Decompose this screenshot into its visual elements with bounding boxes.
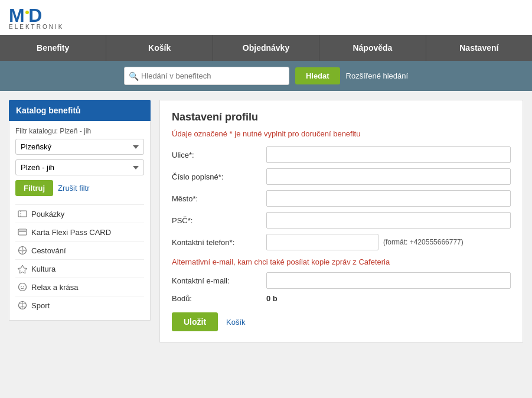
label-psc: PSČ*: bbox=[172, 216, 266, 225]
form-row-ulice: Ulice*: bbox=[172, 146, 511, 163]
sidebar-item-label-karta: Karta Flexi Pass CARD bbox=[31, 228, 111, 237]
sidebar-item-cestovani[interactable]: Cestování bbox=[15, 241, 144, 259]
sidebar-item-poukazky[interactable]: Poukázky bbox=[15, 204, 144, 223]
nav-benefity[interactable]: Benefity bbox=[0, 35, 106, 61]
sidebar-item-label-relax: Relax a krása bbox=[31, 283, 78, 292]
nav-napoveda[interactable]: Nápověda bbox=[319, 35, 426, 61]
filter-buttons: Filtruj Zrušit filtr bbox=[15, 180, 144, 196]
input-psc[interactable] bbox=[266, 212, 511, 229]
input-cislo[interactable] bbox=[266, 168, 511, 185]
label-telefon: Kontaktní telefon*: bbox=[172, 238, 266, 247]
sidebar: Katalog benefitů Filtr katalogu: Plzeň -… bbox=[9, 100, 151, 342]
sidebar-item-karta[interactable]: Karta Flexi Pass CARD bbox=[15, 223, 144, 241]
form-row-psc: PSČ*: bbox=[172, 212, 511, 229]
main-content: Katalog benefitů Filtr katalogu: Plzeň -… bbox=[0, 91, 532, 351]
input-ulice[interactable] bbox=[266, 146, 511, 163]
points-label: Bodů: bbox=[172, 294, 266, 303]
logo: M●D ELEKTRONIK bbox=[9, 6, 64, 30]
ticket-icon bbox=[18, 209, 27, 218]
input-telefon[interactable] bbox=[266, 234, 378, 250]
nav-kosik[interactable]: Košík bbox=[106, 35, 213, 61]
main-nav: Benefity Košík Objednávky Nápověda Nasta… bbox=[0, 35, 532, 61]
input-email[interactable] bbox=[266, 272, 511, 289]
sidebar-item-label-kultura: Kultura bbox=[31, 265, 56, 273]
save-button[interactable]: Uložit bbox=[172, 312, 218, 331]
page-title: Nastavení profilu bbox=[172, 111, 511, 123]
nav-nastaveni[interactable]: Nastavení bbox=[426, 35, 532, 61]
search-button[interactable]: Hledat bbox=[295, 67, 340, 84]
points-value: 0 b bbox=[266, 294, 278, 303]
reset-filter-button[interactable]: Zrušit filtr bbox=[58, 184, 89, 193]
sport-icon bbox=[18, 301, 27, 310]
form-row-telefon: Kontaktní telefon*: (formát: +4205556667… bbox=[172, 234, 511, 250]
district-select[interactable]: Plzeň - jih bbox=[15, 159, 144, 175]
input-mesto[interactable] bbox=[266, 190, 511, 207]
required-note: Údaje označené * je nutné vyplnit pro do… bbox=[172, 129, 511, 138]
svg-point-5 bbox=[19, 283, 27, 291]
label-cislo: Číslo popisné*: bbox=[172, 172, 266, 181]
advanced-search-link[interactable]: Rozšířené hledání bbox=[346, 71, 409, 80]
sidebar-item-kultura[interactable]: Kultura bbox=[15, 259, 144, 278]
cart-button[interactable]: Košík bbox=[226, 318, 246, 327]
svg-rect-0 bbox=[18, 211, 27, 217]
search-input-wrap: 🔍 bbox=[124, 67, 289, 85]
header: M●D ELEKTRONIK bbox=[0, 0, 532, 35]
form-actions: Uložit Košík bbox=[172, 312, 511, 331]
telefon-hint: (formát: +420555666777) bbox=[383, 238, 464, 246]
search-bar: 🔍 Hledat Rozšířené hledání bbox=[0, 61, 532, 91]
svg-point-6 bbox=[21, 286, 22, 287]
label-mesto: Město*: bbox=[172, 194, 266, 203]
logo-dot: ● bbox=[25, 8, 28, 16]
culture-icon bbox=[18, 264, 27, 273]
sidebar-menu: Poukázky Karta Flexi Pass CARD bbox=[15, 204, 144, 314]
form-row-email: Kontaktní e-mail: bbox=[172, 272, 511, 289]
sidebar-item-label-cestovani: Cestování bbox=[31, 246, 66, 255]
label-ulice: Ulice*: bbox=[172, 151, 266, 159]
card-icon bbox=[18, 227, 27, 237]
sidebar-body: Filtr katalogu: Plzeň - jih Plzeňský Plz… bbox=[9, 121, 151, 321]
profile-section: Nastavení profilu Údaje označené * je nu… bbox=[159, 100, 523, 342]
search-icon: 🔍 bbox=[129, 71, 139, 81]
nav-objednavky[interactable]: Objednávky bbox=[213, 35, 319, 61]
points-row: Bodů: 0 b bbox=[172, 294, 511, 303]
label-email: Kontaktní e-mail: bbox=[172, 276, 266, 285]
svg-point-4 bbox=[19, 247, 27, 255]
sidebar-item-relax[interactable]: Relax a krása bbox=[15, 278, 144, 296]
svg-rect-3 bbox=[18, 231, 27, 233]
sidebar-title: Katalog benefitů bbox=[9, 100, 151, 121]
logo-text: M●D bbox=[9, 6, 41, 25]
sidebar-item-sport[interactable]: Sport bbox=[15, 296, 144, 314]
logo-sub: ELEKTRONIK bbox=[9, 24, 64, 30]
region-select[interactable]: Plzeňský bbox=[15, 139, 144, 155]
sidebar-item-label-poukazky: Poukázky bbox=[31, 210, 64, 218]
form-row-cislo: Číslo popisné*: bbox=[172, 168, 511, 185]
form-row-mesto: Město*: bbox=[172, 190, 511, 207]
sidebar-item-label-sport: Sport bbox=[31, 301, 50, 310]
relax-icon bbox=[18, 282, 27, 292]
alt-email-note: Alternativní e-mail, kam chci také posíl… bbox=[172, 257, 511, 266]
filter-button[interactable]: Filtruj bbox=[15, 180, 53, 196]
search-input[interactable] bbox=[124, 67, 289, 85]
travel-icon bbox=[18, 246, 27, 255]
svg-point-7 bbox=[23, 286, 24, 287]
filter-label: Filtr katalogu: Plzeň - jih bbox=[15, 127, 144, 135]
